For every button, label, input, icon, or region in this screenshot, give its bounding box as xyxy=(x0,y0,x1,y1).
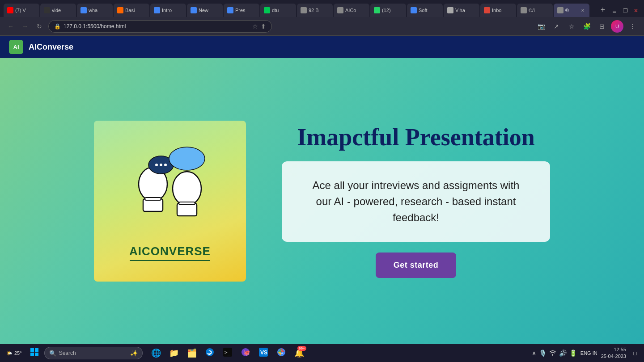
browser-tab-aico1[interactable]: AICo xyxy=(334,4,369,17)
browser-tab-yt[interactable]: (7) V xyxy=(4,4,39,17)
browser-tab-soft[interactable]: Soft xyxy=(407,4,443,17)
svg-point-10 xyxy=(160,164,162,166)
svg-point-29 xyxy=(552,354,553,355)
profile-avatar[interactable]: U xyxy=(611,20,623,33)
taskbar-weather: 🌤️ 25° xyxy=(4,350,25,356)
taskbar-github[interactable]: 🐙 xyxy=(237,345,254,361)
reload-button[interactable]: ↻ xyxy=(34,21,45,32)
tab-label: (12) xyxy=(382,8,391,13)
taskbar-terminal[interactable]: >_ xyxy=(220,345,236,361)
action-center-icon: □ xyxy=(633,350,637,357)
tab-label: © xyxy=(565,8,569,13)
tab-favicon xyxy=(557,7,564,13)
tab-favicon xyxy=(80,7,87,13)
tab-favicon xyxy=(117,7,123,13)
back-button[interactable]: ← xyxy=(5,21,16,32)
taskbar-notification-app[interactable]: 🔔 99+ xyxy=(291,345,307,361)
vscode-icon: VS xyxy=(259,348,268,359)
get-started-button[interactable]: Get started xyxy=(376,253,457,278)
svg-point-19 xyxy=(206,348,214,356)
forward-button[interactable]: → xyxy=(20,21,30,32)
restore-button[interactable]: ❐ xyxy=(621,6,630,15)
svg-point-5 xyxy=(173,172,201,206)
clock-date: 25-04-2023 xyxy=(601,353,626,360)
browser-tab-viha[interactable]: Viha xyxy=(444,4,479,17)
edge-icon xyxy=(205,348,214,359)
taskbar-widgets[interactable]: 🌐 xyxy=(148,345,164,361)
browser-tab-gh[interactable]: vide xyxy=(40,4,76,17)
taskbar-action-center[interactable]: □ xyxy=(630,348,640,358)
taskbar-folder[interactable]: 🗂️ xyxy=(184,345,200,361)
tab-label: Viha xyxy=(455,8,465,13)
taskbar-right: ∧ 🎙️ 🔊 🔋 ENG IN 12:55 25-04-2023 □ xyxy=(532,346,640,360)
browser-tab-pres[interactable]: Pres xyxy=(224,4,259,17)
taskbar-language[interactable]: ENG IN xyxy=(580,350,597,356)
lock-icon: 🔒 xyxy=(54,23,61,29)
tab-label: AICo xyxy=(345,8,356,13)
main-content: AICONVERSE Imapctful Presentation Ace al… xyxy=(0,58,644,344)
browser-tab-new[interactable]: New xyxy=(187,4,223,17)
taskbar-apps: 🌐 📁 🗂️ >_ xyxy=(148,345,307,361)
terminal-icon: >_ xyxy=(223,348,232,359)
logo-underline xyxy=(130,260,210,261)
tab-close-button[interactable]: ✕ xyxy=(580,7,586,13)
browser-actions: 📷 ↗ ☆ 🧩 ⊟ U ⋮ xyxy=(535,20,639,33)
tray-mic-icon[interactable]: 🎙️ xyxy=(539,349,547,357)
search-text: Search xyxy=(59,350,76,356)
taskbar-tray: ∧ 🎙️ 🔊 🔋 xyxy=(532,349,577,358)
browser-tab-wa[interactable]: (12) xyxy=(370,4,406,17)
svg-point-9 xyxy=(155,164,158,166)
right-content: Imapctful Presentation Ace all your intr… xyxy=(282,124,550,278)
tab-favicon xyxy=(521,7,527,13)
window-controls: 🗕 ❐ ✕ xyxy=(610,6,640,17)
tab-label: Soft xyxy=(419,8,428,13)
browser-tab-intr[interactable]: Intro xyxy=(150,4,186,17)
taskbar-clock[interactable]: 12:55 25-04-2023 xyxy=(601,346,626,360)
app-title: AIConverse xyxy=(29,42,73,52)
address-actions: ☆ ⬆ xyxy=(252,23,266,30)
tab-favicon xyxy=(44,7,50,13)
minimize-button[interactable]: 🗕 xyxy=(610,6,619,15)
tray-battery-icon[interactable]: 🔋 xyxy=(569,349,577,357)
taskbar-file-explorer[interactable]: 📁 xyxy=(166,345,182,361)
share-icon[interactable]: ⬆ xyxy=(261,23,266,30)
menu-icon[interactable]: ⋮ xyxy=(626,20,639,33)
star-icon[interactable]: ☆ xyxy=(252,23,258,30)
browser-tab-goo1[interactable]: wha xyxy=(77,4,113,17)
folder2-icon: 🗂️ xyxy=(187,348,197,358)
browser-tab-mail[interactable]: Inbo xyxy=(480,4,516,17)
address-field[interactable]: 🔒 127.0.0.1:5500/home.html ☆ ⬆ xyxy=(48,20,272,33)
start-button[interactable] xyxy=(26,345,42,361)
tab-label: Intro xyxy=(162,8,172,13)
tab-favicon xyxy=(7,7,13,13)
browser-tab-cur[interactable]: ©✕ xyxy=(554,4,589,17)
taskbar-search-bar[interactable]: 🔍 Search ✨ xyxy=(44,347,143,359)
tab-favicon xyxy=(484,7,490,13)
tab-favicon xyxy=(191,7,197,13)
share-page-icon[interactable]: ↗ xyxy=(550,20,563,33)
camera-icon[interactable]: 📷 xyxy=(535,20,547,33)
taskbar-chrome[interactable] xyxy=(273,345,289,361)
extensions-icon[interactable]: 🧩 xyxy=(580,20,593,33)
close-button[interactable]: ✕ xyxy=(631,6,640,15)
tray-volume-icon[interactable]: 🔊 xyxy=(559,349,567,357)
svg-text:AI: AI xyxy=(13,44,19,51)
svg-point-11 xyxy=(164,164,167,166)
bookmark-icon[interactable]: ☆ xyxy=(565,20,578,33)
tray-up-icon[interactable]: ∧ xyxy=(532,349,536,357)
taskbar-edge[interactable] xyxy=(202,345,218,361)
url-text: 127.0.0.1:5500/home.html xyxy=(64,23,250,29)
github-icon: 🐙 xyxy=(241,348,250,359)
tray-network-icon[interactable] xyxy=(549,349,556,358)
browser-tab-bas[interactable]: Basi xyxy=(114,4,149,17)
logo-card: AICONVERSE xyxy=(94,121,246,282)
logo-illustration xyxy=(121,142,219,240)
sidebar-toggle-icon[interactable]: ⊟ xyxy=(596,20,608,33)
browser-tab-aico2[interactable]: ©/i xyxy=(517,4,553,17)
browser-tab-dtu[interactable]: dtu xyxy=(260,4,296,17)
new-tab-button[interactable]: + xyxy=(597,4,609,16)
browser-tab-92b[interactable]: 92 B xyxy=(297,4,333,17)
tab-favicon xyxy=(374,7,380,13)
tab-label: Basi xyxy=(125,8,135,13)
taskbar-vscode[interactable]: VS xyxy=(255,345,271,361)
